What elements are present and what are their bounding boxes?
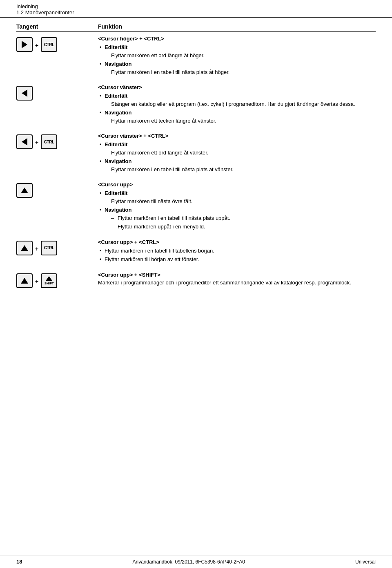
navigation-detail: Flyttar markören ett tecken längre åt vä… xyxy=(111,118,216,124)
row-cursor-up: <Cursor upp> Editerfält Flyttar markören… xyxy=(16,181,376,232)
func-cursor-up-ctrl: <Cursor upp> + <CTRL> Flyttar markören i… xyxy=(98,239,376,264)
bullet-navigation: Navigation Flyttar markören i en tabell … xyxy=(98,60,376,76)
main-content: Tangent Funktion + CTRL <Cursor höger> +… xyxy=(0,19,392,320)
footer-page-number: 18 xyxy=(16,559,22,565)
footer-brand: Universal xyxy=(355,559,376,565)
func-title: <Cursor vänster> xyxy=(98,84,376,90)
bullet-1: Flyttar markören i en tabell till tabell… xyxy=(98,247,376,255)
arrow-up-icon xyxy=(21,188,28,193)
row-cursor-up-ctrl: + CTRL <Cursor upp> + <CTRL> Flyttar mar… xyxy=(16,239,376,264)
key-area-cursor-left xyxy=(16,84,98,101)
bullet-editerfalt: Editerfält Flyttar markören ett ord läng… xyxy=(98,141,376,157)
row-cursor-up-shift: + SHIFT <Cursor upp> + <SHIFT> Markerar … xyxy=(16,272,376,288)
key-area-cursor-left-ctrl: + CTRL xyxy=(16,133,98,149)
func-title: <Cursor upp> + <SHIFT> xyxy=(98,272,376,278)
key-cursor-up xyxy=(16,183,33,198)
func-cursor-up: <Cursor upp> Editerfält Flyttar markören… xyxy=(98,181,376,232)
key-ctrl: CTRL xyxy=(41,37,57,52)
func-title: <Cursor vänster> + <CTRL> xyxy=(98,133,376,139)
bullet-editerfalt: Editerfält Flyttar markören till nästa ö… xyxy=(98,189,376,205)
arrow-left-icon xyxy=(22,89,27,97)
bullet-navigation: Navigation Flyttar markören ett tecken l… xyxy=(98,109,376,125)
bullet-list: Editerfält Flyttar markören till nästa ö… xyxy=(98,189,376,231)
key-cursor-right xyxy=(16,37,33,52)
func-title: <Cursor upp> xyxy=(98,181,376,188)
key-area-cursor-up-ctrl: + CTRL xyxy=(16,239,98,255)
editerfalt-detail: Stänger en katalog eller ett program (t.… xyxy=(111,101,355,107)
bullet-2: Flyttar markören till början av ett föns… xyxy=(98,255,376,264)
arrow-up-icon xyxy=(21,245,28,251)
shift-label: SHIFT xyxy=(45,282,54,285)
key-area-cursor-right-ctrl: + CTRL xyxy=(16,36,98,52)
arrow-up-icon xyxy=(21,278,28,284)
plus-sign: + xyxy=(35,42,38,49)
col-header-funktion: Funktion xyxy=(98,23,376,30)
func-cursor-up-shift: <Cursor upp> + <SHIFT> Markerar i progra… xyxy=(98,272,376,286)
bullet-list: Editerfält Stänger en katalog eller ett … xyxy=(98,92,376,125)
sub-list: Flyttar markören i en tabell till nästa … xyxy=(111,214,376,231)
row-cursor-left: <Cursor vänster> Editerfält Stänger en k… xyxy=(16,84,376,125)
column-headers: Tangent Funktion xyxy=(16,23,376,32)
col-header-tangent: Tangent xyxy=(16,23,98,30)
sub-item-2: Flyttar markören uppåt i en menybild. xyxy=(111,223,376,231)
plus-sign: + xyxy=(35,246,38,252)
bullet-editerfalt: Editerfält Flyttar markören ett ord läng… xyxy=(98,43,376,59)
bullet-navigation: Navigation Flyttar markören i en tabell … xyxy=(98,206,376,231)
arrow-right-icon xyxy=(22,41,27,48)
func-cursor-left: <Cursor vänster> Editerfält Stänger en k… xyxy=(98,84,376,125)
row-cursor-right-ctrl: + CTRL <Cursor höger> + <CTRL> Editerfäl… xyxy=(16,36,376,77)
row-cursor-left-ctrl: + CTRL <Cursor vänster> + <CTRL> Editerf… xyxy=(16,133,376,174)
header-title: Inledning xyxy=(16,3,376,9)
func-paragraph: Markerar i programmanager och i programe… xyxy=(98,280,376,286)
navigation-detail: Flyttar markören i en tabell till nästa … xyxy=(111,69,229,75)
bullet-navigation: Navigation Flyttar markören i en tabell … xyxy=(98,157,376,173)
key-cursor-left xyxy=(16,134,33,149)
key-cursor-up xyxy=(16,273,33,288)
plus-sign: + xyxy=(35,278,38,285)
bullet-editerfalt: Editerfält Stänger en katalog eller ett … xyxy=(98,92,376,108)
bullet-list: Editerfält Flyttar markören ett ord läng… xyxy=(98,141,376,173)
shift-arrow-icon xyxy=(46,276,52,281)
func-cursor-right-ctrl: <Cursor höger> + <CTRL> Editerfält Flytt… xyxy=(98,36,376,77)
func-title: <Cursor höger> + <CTRL> xyxy=(98,36,376,42)
arrow-left-icon xyxy=(22,138,27,145)
header-subtitle: 1.2 Manöverpanelfronter xyxy=(16,9,376,16)
key-ctrl: CTRL xyxy=(41,241,57,255)
key-cursor-up xyxy=(16,241,33,255)
page-header: Inledning 1.2 Manöverpanelfronter xyxy=(0,0,392,18)
func-title: <Cursor upp> + <CTRL> xyxy=(98,239,376,245)
navigation-detail: Flyttar markören i en tabell till nästa … xyxy=(111,166,234,172)
editerfalt-detail: Flyttar markören till nästa övre fält. xyxy=(111,198,192,204)
page-footer: 18 Användarhandbok, 09/2011, 6FC5398-6AP… xyxy=(0,555,392,568)
plus-sign: + xyxy=(35,139,38,146)
sub-item-1: Flyttar markören i en tabell till nästa … xyxy=(111,214,376,222)
key-cursor-left xyxy=(16,86,33,101)
editerfalt-detail: Flyttar markören ett ord längre åt höger… xyxy=(111,52,205,58)
footer-doc-info: Användarhandbok, 09/2011, 6FC5398-6AP40-… xyxy=(132,559,245,565)
key-area-cursor-up-shift: + SHIFT xyxy=(16,272,98,288)
bullet-list: Editerfält Flyttar markören ett ord läng… xyxy=(98,43,376,76)
key-shift: SHIFT xyxy=(41,273,57,288)
editerfalt-detail: Flyttar markören ett ord längre åt vänst… xyxy=(111,150,208,156)
key-area-cursor-up xyxy=(16,181,98,198)
key-ctrl: CTRL xyxy=(41,134,57,149)
func-cursor-left-ctrl: <Cursor vänster> + <CTRL> Editerfält Fly… xyxy=(98,133,376,174)
bullet-list: Flyttar markören i en tabell till tabell… xyxy=(98,247,376,264)
